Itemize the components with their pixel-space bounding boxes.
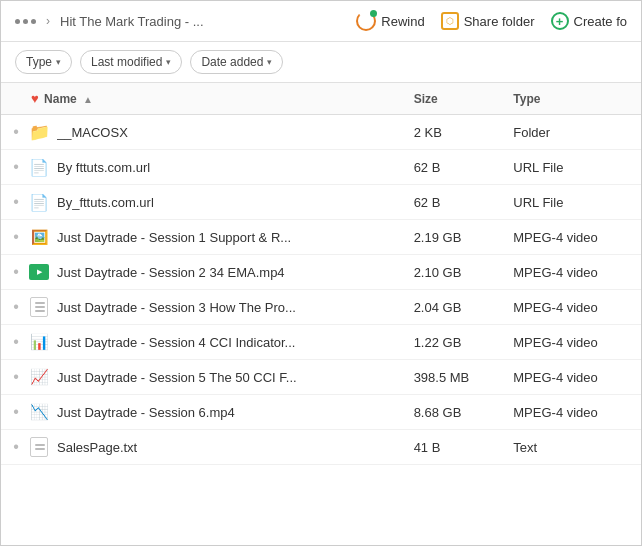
video-thumb-icon: 🖼️ [29, 227, 49, 247]
table-row[interactable]: • Just Daytrade - Session 2 34 EMA.mp4 2… [1, 255, 641, 290]
table-row[interactable]: • Just Daytrade - Session 3 How The Pro.… [1, 290, 641, 325]
txt-icon [29, 437, 49, 457]
type-filter-label: Type [26, 55, 52, 69]
type-filter-button[interactable]: Type ▾ [15, 50, 72, 74]
size-cell-1: 62 B [404, 150, 504, 185]
size-cell-6: 1.22 GB [404, 325, 504, 360]
date-added-filter-button[interactable]: Date added ▾ [190, 50, 283, 74]
name-cell-6: • 📊 Just Daytrade - Session 4 CCI Indica… [1, 325, 404, 360]
create-button[interactable]: + Create fo [551, 12, 627, 30]
type-filter-caret: ▾ [56, 57, 61, 67]
table-row[interactable]: • 📁 __MACOSX 2 KB Folder [1, 115, 641, 150]
create-icon: + [551, 12, 569, 30]
file-name-1: By fttuts.com.url [57, 160, 150, 175]
size-cell-9: 41 B [404, 430, 504, 465]
file-icon: 📄 [29, 157, 49, 177]
top-bar: › Hit The Mark Trading - ... Rewind ⬡ Sh… [1, 1, 641, 42]
last-modified-filter-label: Last modified [91, 55, 162, 69]
doc-icon [29, 297, 49, 317]
file-icon: 📄 [29, 192, 49, 212]
chart-lines-icon: 📊 [29, 332, 49, 352]
size-cell-8: 8.68 GB [404, 395, 504, 430]
share-icon: ⬡ [441, 12, 459, 30]
name-column-header[interactable]: ♥ Name ▲ [1, 83, 404, 115]
name-cell-1: • 📄 By fttuts.com.url [1, 150, 404, 185]
rewind-button[interactable]: Rewind [356, 11, 424, 31]
size-cell-3: 2.19 GB [404, 220, 504, 255]
name-sort-arrow: ▲ [83, 94, 93, 105]
chart-grid-icon: 📈 [29, 367, 49, 387]
table-row[interactable]: • SalesPage.txt 41 B Text [1, 430, 641, 465]
type-cell-9: Text [503, 430, 641, 465]
name-cell-8: • 📉 Just Daytrade - Session 6.mp4 [1, 395, 404, 430]
file-table: ♥ Name ▲ Size Type • 📁 __MACOSX 2 KB Fol… [1, 83, 641, 465]
type-cell-3: MPEG-4 video [503, 220, 641, 255]
table-header-row: ♥ Name ▲ Size Type [1, 83, 641, 115]
size-cell-2: 62 B [404, 185, 504, 220]
row-bullet-5: • [11, 298, 21, 316]
chart-lines2-icon: 📉 [29, 402, 49, 422]
type-cell-8: MPEG-4 video [503, 395, 641, 430]
folder-icon: 📁 [29, 122, 49, 142]
date-added-filter-label: Date added [201, 55, 263, 69]
last-modified-filter-button[interactable]: Last modified ▾ [80, 50, 182, 74]
table-row[interactable]: • 📄 By_fttuts.com.url 62 B URL File [1, 185, 641, 220]
name-cell-3: • 🖼️ Just Daytrade - Session 1 Support &… [1, 220, 404, 255]
top-actions: Rewind ⬡ Share folder + Create fo [356, 11, 627, 31]
table-row[interactable]: • 📊 Just Daytrade - Session 4 CCI Indica… [1, 325, 641, 360]
row-bullet-3: • [11, 228, 21, 246]
share-label: Share folder [464, 14, 535, 29]
table-row[interactable]: • 📄 By fttuts.com.url 62 B URL File [1, 150, 641, 185]
file-name-0: __MACOSX [57, 125, 128, 140]
file-name-7: Just Daytrade - Session 5 The 50 CCI F..… [57, 370, 297, 385]
file-name-5: Just Daytrade - Session 3 How The Pro... [57, 300, 296, 315]
type-column-header: Type [503, 83, 641, 115]
row-bullet-6: • [11, 333, 21, 351]
type-cell-6: MPEG-4 video [503, 325, 641, 360]
dots-menu[interactable] [15, 19, 36, 24]
file-name-8: Just Daytrade - Session 6.mp4 [57, 405, 235, 420]
row-bullet-4: • [11, 263, 21, 281]
row-bullet-1: • [11, 158, 21, 176]
name-cell-4: • Just Daytrade - Session 2 34 EMA.mp4 [1, 255, 404, 290]
breadcrumb-chevron: › [46, 14, 50, 28]
table-row[interactable]: • 📈 Just Daytrade - Session 5 The 50 CCI… [1, 360, 641, 395]
type-cell-4: MPEG-4 video [503, 255, 641, 290]
name-cell-2: • 📄 By_fttuts.com.url [1, 185, 404, 220]
type-cell-7: MPEG-4 video [503, 360, 641, 395]
row-bullet-9: • [11, 438, 21, 456]
size-cell-5: 2.04 GB [404, 290, 504, 325]
file-name-6: Just Daytrade - Session 4 CCI Indicator.… [57, 335, 295, 350]
table-row[interactable]: • 🖼️ Just Daytrade - Session 1 Support &… [1, 220, 641, 255]
rewind-icon [356, 11, 376, 31]
file-name-2: By_fttuts.com.url [57, 195, 154, 210]
type-cell-0: Folder [503, 115, 641, 150]
share-folder-button[interactable]: ⬡ Share folder [441, 12, 535, 30]
rewind-label: Rewind [381, 14, 424, 29]
size-cell-0: 2 KB [404, 115, 504, 150]
file-name-4: Just Daytrade - Session 2 34 EMA.mp4 [57, 265, 285, 280]
type-cell-2: URL File [503, 185, 641, 220]
type-cell-5: MPEG-4 video [503, 290, 641, 325]
name-cell-5: • Just Daytrade - Session 3 How The Pro.… [1, 290, 404, 325]
file-name-3: Just Daytrade - Session 1 Support & R... [57, 230, 291, 245]
last-modified-filter-caret: ▾ [166, 57, 171, 67]
name-cell-9: • SalesPage.txt [1, 430, 404, 465]
table-row[interactable]: • 📉 Just Daytrade - Session 6.mp4 8.68 G… [1, 395, 641, 430]
heart-icon: ♥ [31, 91, 39, 106]
row-bullet-8: • [11, 403, 21, 421]
size-column-header: Size [404, 83, 504, 115]
name-cell-7: • 📈 Just Daytrade - Session 5 The 50 CCI… [1, 360, 404, 395]
row-bullet-7: • [11, 368, 21, 386]
filter-bar: Type ▾ Last modified ▾ Date added ▾ [1, 42, 641, 83]
video-green-icon [29, 262, 49, 282]
row-bullet-2: • [11, 193, 21, 211]
date-added-filter-caret: ▾ [267, 57, 272, 67]
row-bullet-0: • [11, 123, 21, 141]
size-cell-7: 398.5 MB [404, 360, 504, 395]
file-name-9: SalesPage.txt [57, 440, 137, 455]
create-label: Create fo [574, 14, 627, 29]
name-cell-0: • 📁 __MACOSX [1, 115, 404, 150]
breadcrumb-text: Hit The Mark Trading - ... [60, 14, 204, 29]
size-cell-4: 2.10 GB [404, 255, 504, 290]
